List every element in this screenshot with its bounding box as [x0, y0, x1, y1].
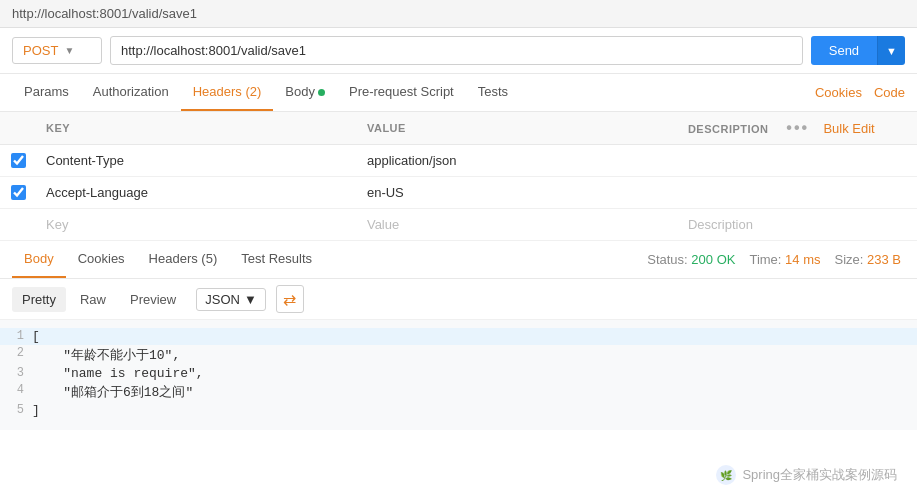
response-tab-body[interactable]: Body	[12, 241, 66, 278]
code-line-5: 5 ]	[0, 402, 917, 419]
code-area: 1 [ 2 "年龄不能小于10", 3 "name is require", 4…	[0, 320, 917, 430]
line-content-4: "邮箱介于6到18之间"	[32, 383, 193, 401]
tab-body[interactable]: Body	[273, 74, 337, 111]
size-value: 233 B	[867, 252, 901, 267]
col-key: KEY	[36, 112, 357, 145]
code-line-2: 2 "年龄不能小于10",	[0, 345, 917, 365]
tab-headers[interactable]: Headers (2)	[181, 74, 274, 111]
line-content-5: ]	[32, 403, 40, 418]
request-tabs: Params Authorization Headers (2) Body Pr…	[0, 74, 917, 112]
line-num-1: 1	[0, 329, 32, 343]
code-line-1: 1 [	[0, 328, 917, 345]
key-cell-2[interactable]: Accept-Language	[36, 177, 357, 209]
language-chevron-icon: ▼	[244, 292, 257, 307]
line-content-2: "年龄不能小于10",	[32, 346, 180, 364]
response-status: Status: 200 OK Time: 14 ms Size: 233 B	[647, 252, 905, 267]
value-cell-1[interactable]: application/json	[357, 145, 678, 177]
method-label: POST	[23, 43, 58, 58]
status-value: 200 OK	[691, 252, 735, 267]
format-raw-button[interactable]: Raw	[70, 287, 116, 312]
value-cell-2[interactable]: en-US	[357, 177, 678, 209]
format-pretty-button[interactable]: Pretty	[12, 287, 66, 312]
send-button[interactable]: Send	[811, 36, 877, 65]
desc-cell-1[interactable]	[678, 145, 917, 177]
tab-tests[interactable]: Tests	[466, 74, 520, 111]
tab-authorization[interactable]: Authorization	[81, 74, 181, 111]
tab-params[interactable]: Params	[12, 74, 81, 111]
header-checkbox-2[interactable]	[11, 185, 26, 200]
language-select[interactable]: JSON ▼	[196, 288, 266, 311]
checkbox-cell-new	[0, 209, 36, 241]
code-link[interactable]: Code	[874, 85, 905, 100]
key-cell-1[interactable]: Content-Type	[36, 145, 357, 177]
language-label: JSON	[205, 292, 240, 307]
title-bar: http://localhost:8001/valid/save1	[0, 0, 917, 28]
desc-cell-2[interactable]	[678, 177, 917, 209]
line-num-3: 3	[0, 366, 32, 380]
response-tabs: Body Cookies Headers (5) Test Results St…	[0, 241, 917, 279]
response-tab-headers[interactable]: Headers (5)	[137, 241, 230, 278]
bulk-edit-button[interactable]: Bulk Edit	[823, 121, 874, 136]
header-row-2: Accept-Language en-US	[0, 177, 917, 209]
checkbox-cell-2[interactable]	[0, 177, 36, 209]
response-toolbar: Pretty Raw Preview JSON ▼ ⇄	[0, 279, 917, 320]
line-num-2: 2	[0, 346, 32, 360]
code-line-3: 3 "name is require",	[0, 365, 917, 382]
more-options-icon[interactable]: •••	[786, 119, 809, 136]
status-label: Status: 200 OK	[647, 252, 735, 267]
code-line-4: 4 "邮箱介于6到18之间"	[0, 382, 917, 402]
response-tab-test-results[interactable]: Test Results	[229, 241, 324, 278]
wrap-icon[interactable]: ⇄	[276, 285, 304, 313]
line-content-3: "name is require",	[32, 366, 204, 381]
method-select[interactable]: POST ▼	[12, 37, 102, 64]
body-dot-icon	[318, 89, 325, 96]
tab-pre-request[interactable]: Pre-request Script	[337, 74, 466, 111]
url-bar: POST ▼ Send ▼	[0, 28, 917, 74]
col-checkbox	[0, 112, 36, 145]
time-value: 14 ms	[785, 252, 820, 267]
request-tabs-right: Cookies Code	[815, 85, 905, 100]
send-dropdown-button[interactable]: ▼	[877, 36, 905, 65]
header-row-1: Content-Type application/json	[0, 145, 917, 177]
time-label: Time: 14 ms	[749, 252, 820, 267]
checkbox-cell-1[interactable]	[0, 145, 36, 177]
title-url: http://localhost:8001/valid/save1	[12, 6, 197, 21]
col-description: DESCRIPTION ••• Bulk Edit	[678, 112, 917, 145]
headers-table: KEY VALUE DESCRIPTION ••• Bulk Edit Cont…	[0, 112, 917, 241]
line-num-4: 4	[0, 383, 32, 397]
desc-cell-new[interactable]: Description	[678, 209, 917, 241]
key-cell-new[interactable]: Key	[36, 209, 357, 241]
line-content-1: [	[32, 329, 40, 344]
url-input[interactable]	[110, 36, 803, 65]
value-cell-new[interactable]: Value	[357, 209, 678, 241]
format-preview-button[interactable]: Preview	[120, 287, 186, 312]
size-label: Size: 233 B	[834, 252, 901, 267]
line-num-5: 5	[0, 403, 32, 417]
header-checkbox-1[interactable]	[11, 153, 26, 168]
col-value: VALUE	[357, 112, 678, 145]
cookies-link[interactable]: Cookies	[815, 85, 862, 100]
response-tab-cookies[interactable]: Cookies	[66, 241, 137, 278]
method-chevron-icon: ▼	[64, 45, 74, 56]
header-row-new: Key Value Description	[0, 209, 917, 241]
send-button-group: Send ▼	[811, 36, 905, 65]
